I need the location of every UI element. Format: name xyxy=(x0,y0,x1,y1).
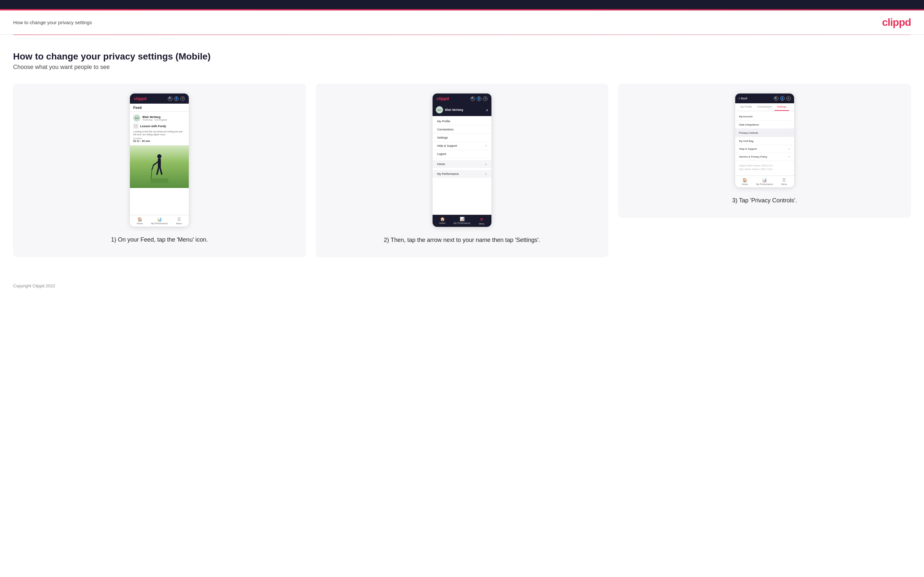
chevron-down-icon-2: ∨ xyxy=(485,172,487,176)
page-heading: How to change your privacy settings (Mob… xyxy=(13,51,911,62)
svg-rect-0 xyxy=(150,179,168,184)
settings-row-data-integrations[interactable]: Data Integrations › xyxy=(735,121,794,129)
nav-home-1[interactable]: 🏠 Home xyxy=(130,216,150,225)
settings-row-help-support[interactable]: Help & Support ↗ xyxy=(735,145,794,153)
svg-line-6 xyxy=(160,168,162,174)
post-author-info: Blair McHarg Yesterday · Sunningdale xyxy=(142,115,167,121)
tab-connections[interactable]: Connections xyxy=(754,103,774,111)
svg-line-4 xyxy=(152,165,154,170)
nav-home-label-3: Home xyxy=(742,183,748,185)
phone-bottomnav-2: 🏠 Home 📊 My Performance ✕ Menu xyxy=(433,215,491,227)
chevron-up-icon[interactable]: ∧ xyxy=(486,108,488,112)
home-icon: 🏠 xyxy=(137,217,142,222)
step-3: < Back 🔍 👤 ⚙ My Profile Connections Sett… xyxy=(618,84,911,218)
nav-home-label: Home xyxy=(137,222,143,225)
data-integrations-label: Data Integrations xyxy=(739,123,759,126)
menu-item-logout[interactable]: Logout xyxy=(433,150,491,158)
nav-performance-label-2: My Performance xyxy=(454,222,470,224)
feed-desc: Looking to feel like my hands are exitin… xyxy=(133,130,186,136)
nav-home-2[interactable]: 🏠 Home xyxy=(433,216,452,226)
top-bar xyxy=(0,0,924,9)
user-icon-3[interactable]: 👤 xyxy=(780,96,785,101)
chevron-down-icon: ∨ xyxy=(485,163,487,166)
settings-topbar: < Back 🔍 👤 ⚙ xyxy=(735,93,794,103)
feed-duration-label: Duration xyxy=(133,137,186,140)
feed-duration-val: 01 hr : 30 min xyxy=(133,140,186,143)
settings-row-privacy-controls[interactable]: Privacy Controls › xyxy=(735,129,794,137)
settings-row-my-golf-bag[interactable]: My Golf Bag › xyxy=(735,137,794,145)
post-author-name: Blair McHarg xyxy=(142,115,167,119)
golf-image xyxy=(130,145,189,188)
my-golf-bag-label: My Golf Bag xyxy=(739,140,754,143)
phone-logo-2: clippd xyxy=(436,96,449,101)
phone-mockup-1: clippd 🔍 👤 ⚙ Feed BM Blair McHarg xyxy=(130,93,189,227)
settings-row-service-privacy[interactable]: Service & Privacy Policy ↗ xyxy=(735,153,794,161)
search-icon-3[interactable]: 🔍 xyxy=(774,96,779,101)
copyright-text: Copyright Clippd 2022 xyxy=(13,284,55,288)
menu-user-row: BM Blair McHarg xyxy=(436,106,463,113)
settings-version: Clippd Client Version: 2022.8.3-3 GQL Se… xyxy=(735,161,794,174)
nav-performance-1[interactable]: 📊 My Performance xyxy=(150,216,169,225)
menu-items: My Profile Connections Settings Help & S… xyxy=(433,116,491,179)
settings-row-my-account[interactable]: My Account › xyxy=(735,113,794,121)
performance-icon: 📊 xyxy=(157,217,162,222)
chevron-right-icon-2: › xyxy=(789,123,790,126)
menu-section-performance[interactable]: My Performance ∨ xyxy=(433,170,491,178)
menu-item-my-profile[interactable]: My Profile xyxy=(433,118,491,126)
nav-performance-3[interactable]: 📊 My Performance xyxy=(755,177,774,186)
settings-icon-3[interactable]: ⚙ xyxy=(786,96,791,101)
my-profile-label: My Profile xyxy=(437,120,450,123)
menu-panel: BM Blair McHarg ∧ My Profile Connection xyxy=(433,104,491,215)
lesson-row: 📋 Lesson with Fordy xyxy=(133,124,186,129)
golfer-svg xyxy=(150,150,169,183)
phone-body-1: Feed BM Blair McHarg Yesterday · Sunning… xyxy=(130,104,189,215)
settings-list: My Account › Data Integrations › Privacy… xyxy=(735,111,794,176)
nav-home-3[interactable]: 🏠 Home xyxy=(735,177,755,186)
menu-avatar: BM xyxy=(436,106,443,113)
step-1: clippd 🔍 👤 ⚙ Feed BM Blair McHarg xyxy=(13,84,306,257)
svg-rect-2 xyxy=(158,158,161,168)
version-line-1: Clippd Client Version: 2022.8.3-3 xyxy=(739,164,790,168)
menu-icon: ☰ xyxy=(177,217,181,222)
nav-performance-label: My Performance xyxy=(151,222,168,225)
nav-menu-1[interactable]: ☰ Menu xyxy=(169,216,189,225)
post-author-sub: Yesterday · Sunningdale xyxy=(142,119,167,121)
back-button[interactable]: < Back xyxy=(738,97,748,100)
menu-username: Blair McHarg xyxy=(445,108,463,111)
chevron-right-icon-4: › xyxy=(789,139,790,143)
page-subheading: Choose what you want people to see xyxy=(13,64,911,71)
header: How to change your privacy settings clip… xyxy=(0,10,924,35)
tab-my-profile[interactable]: My Profile xyxy=(738,103,755,111)
performance-icon-2: 📊 xyxy=(460,217,465,221)
search-icon[interactable]: 🔍 xyxy=(168,97,173,101)
nav-performance-2[interactable]: 📊 My Performance xyxy=(452,216,472,226)
settings-label: Settings xyxy=(437,136,448,139)
menu-section-home[interactable]: Home ∨ xyxy=(433,160,491,168)
nav-menu-3[interactable]: ☰ Menu xyxy=(774,177,794,186)
settings-icon-2[interactable]: ⚙ xyxy=(483,97,488,101)
nav-menu-label-2: Menu xyxy=(479,222,485,225)
menu-item-help[interactable]: Help & Support ↗ xyxy=(433,142,491,150)
performance-icon-3: 📊 xyxy=(762,178,767,182)
svg-line-5 xyxy=(157,168,159,174)
settings-icon[interactable]: ⚙ xyxy=(180,97,185,101)
nav-menu-label-3: Menu xyxy=(781,183,787,185)
menu-item-connections[interactable]: Connections xyxy=(433,126,491,134)
search-icon-2[interactable]: 🔍 xyxy=(470,97,475,101)
menu-icon-3: ☰ xyxy=(782,178,786,182)
phone-mockup-2: clippd 🔍 👤 ⚙ BM Bl xyxy=(433,93,491,227)
nav-menu-close[interactable]: ✕ Menu xyxy=(472,216,491,226)
tab-settings[interactable]: Settings xyxy=(774,103,789,111)
user-icon[interactable]: 👤 xyxy=(174,97,179,101)
close-icon: ✕ xyxy=(480,217,484,222)
phone-icons-1: 🔍 👤 ⚙ xyxy=(168,97,185,101)
external-link-icon-3: ↗ xyxy=(788,156,790,158)
steps-container: clippd 🔍 👤 ⚙ Feed BM Blair McHarg xyxy=(13,84,911,257)
connections-label: Connections xyxy=(437,128,454,131)
main-content: How to change your privacy settings (Mob… xyxy=(0,35,924,277)
menu-item-settings[interactable]: Settings xyxy=(433,134,491,142)
avatar: BM xyxy=(133,114,141,122)
chevron-right-icon-3: › xyxy=(789,131,790,134)
logout-label: Logout xyxy=(437,152,446,156)
user-icon-2[interactable]: 👤 xyxy=(477,97,481,101)
